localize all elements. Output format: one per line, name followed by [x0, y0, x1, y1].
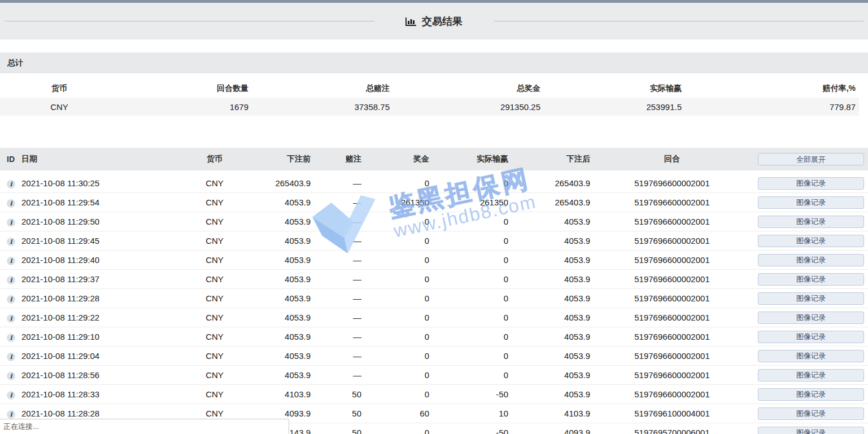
row-before: 4053.9 [237, 293, 311, 303]
image-record-button[interactable]: 图像记录 [758, 350, 864, 362]
info-icon[interactable]: i [7, 257, 15, 265]
image-record-button[interactable]: 图像记录 [758, 177, 864, 190]
info-icon[interactable]: i [7, 199, 15, 208]
image-record-button[interactable]: 图像记录 [758, 273, 864, 286]
row-after: 4053.9 [508, 351, 590, 361]
image-record-button[interactable]: 图像记录 [758, 331, 864, 343]
row-date: 2021-10-08 11:29:45 [17, 236, 192, 246]
row-after: 4053.9 [508, 236, 590, 246]
row-bet: — [311, 370, 361, 380]
image-record-button[interactable]: 图像记录 [758, 235, 864, 247]
image-record-button[interactable]: 图像记录 [758, 312, 864, 324]
row-date: 2021-10-08 11:29:54 [17, 198, 192, 207]
row-id-cell: i [0, 332, 17, 342]
row-bet: — [311, 313, 361, 322]
summary-value-row: CNY 1679 37358.75 291350.25 253991.5 779… [0, 98, 859, 116]
summary-currency: CNY [0, 102, 119, 112]
row-date: 2021-10-08 11:29:50 [17, 217, 192, 226]
table-row: i 2021-10-08 11:29:28 CNY 4053.9 — 0 0 4… [0, 289, 868, 308]
row-after: 4103.9 [508, 409, 590, 418]
info-icon[interactable]: i [7, 314, 15, 323]
row-round: 5197696600002001 [590, 389, 754, 399]
info-icon[interactable]: i [7, 295, 15, 304]
summary-payout-rate: 779.87 [682, 102, 859, 112]
row-date: 2021-10-08 11:29:37 [17, 274, 192, 284]
row-date: 2021-10-08 11:28:56 [17, 370, 192, 380]
row-prize: 0 [361, 332, 429, 341]
image-record-button[interactable]: 图像记录 [758, 196, 864, 209]
info-icon[interactable]: i [7, 372, 15, 380]
info-icon[interactable]: i [7, 218, 15, 227]
summary-rounds: 1679 [119, 102, 248, 112]
image-record-button[interactable]: 图像记录 [758, 369, 864, 382]
row-after: 4053.9 [508, 293, 590, 303]
image-record-button[interactable]: 图像记录 [758, 407, 864, 420]
image-record-button[interactable]: 图像记录 [758, 292, 864, 305]
summary-net-winloss: 253991.5 [540, 102, 682, 112]
info-icon[interactable]: i [7, 238, 15, 246]
row-prize: 0 [361, 351, 429, 361]
info-icon[interactable]: i [7, 334, 15, 342]
image-record-button[interactable]: 图像记录 [758, 427, 864, 434]
row-date: 2021-10-08 11:29:22 [17, 313, 192, 322]
row-id-cell: i [0, 217, 17, 227]
row-before: 4053.9 [237, 255, 311, 265]
row-winloss: 0 [429, 217, 508, 226]
row-prize: 0 [361, 389, 429, 399]
col-header-after: 下注后 [508, 154, 590, 164]
col-header-bet: 赌注 [311, 154, 361, 164]
info-icon[interactable]: i [7, 180, 15, 188]
table-row: i 2021-10-08 11:30:25 CNY 265403.9 — 0 0… [0, 174, 868, 193]
row-id-cell: i [0, 389, 17, 400]
image-record-button[interactable]: 图像记录 [758, 388, 864, 401]
summary-total-prize: 291350.25 [390, 102, 540, 112]
row-currency: CNY [192, 236, 237, 246]
page-title-wrap: 交易结果 [405, 15, 463, 28]
row-after: 4053.9 [508, 274, 590, 284]
row-winloss: 0 [429, 370, 508, 380]
info-icon[interactable]: i [7, 276, 15, 284]
row-id-cell: i [0, 236, 17, 246]
row-before: 4053.9 [237, 274, 311, 284]
header-rule-right [494, 21, 863, 21]
row-date: 2021-10-08 11:30:25 [17, 178, 192, 188]
row-winloss: 0 [429, 236, 508, 246]
row-prize: 261350 [361, 198, 429, 207]
info-icon[interactable]: i [7, 410, 15, 419]
row-after: 265403.9 [508, 178, 590, 188]
row-winloss: -50 [429, 428, 508, 434]
row-after: 4053.9 [508, 313, 590, 322]
row-prize: 60 [361, 409, 429, 418]
row-id-cell: i [0, 255, 17, 265]
page-title: 交易结果 [422, 15, 463, 28]
col-header-id: ID [0, 155, 17, 164]
image-record-button[interactable]: 图像记录 [758, 216, 864, 228]
summary-header-total-bet: 总赌注 [248, 84, 390, 94]
row-before: 4053.9 [237, 236, 311, 246]
row-bet: — [311, 236, 361, 246]
row-currency: CNY [192, 389, 237, 399]
row-currency: CNY [192, 332, 237, 341]
row-before: 4053.9 [237, 217, 311, 226]
table-row: i 2021-10-08 11:29:40 CNY 4053.9 — 0 0 4… [0, 251, 868, 270]
row-round: 5197696600002001 [590, 332, 754, 341]
summary-header-total-prize: 总奖金 [390, 84, 540, 94]
col-header-winloss: 实际输赢 [429, 154, 508, 164]
table-row: i 2021-10-08 11:29:22 CNY 4053.9 — 0 0 4… [0, 308, 868, 327]
expand-all-button[interactable]: 全部展开 [758, 153, 864, 165]
row-prize: 0 [361, 274, 429, 284]
row-bet: — [311, 332, 361, 341]
col-header-date: 日期 [17, 154, 192, 164]
row-winloss: 0 [429, 274, 508, 284]
row-bet: — [311, 217, 361, 226]
row-bet: — [311, 178, 361, 188]
row-round: 5197696600002001 [590, 178, 754, 188]
row-bet: — [311, 293, 361, 303]
row-id-cell: i [0, 198, 17, 208]
info-icon[interactable]: i [7, 353, 15, 361]
row-winloss: 0 [429, 178, 508, 188]
table-row: i 2021-10-08 11:29:37 CNY 4053.9 — 0 0 4… [0, 270, 868, 289]
info-icon[interactable]: i [7, 391, 15, 400]
table-row: i 2021-10-08 11:29:45 CNY 4053.9 — 0 0 4… [0, 231, 868, 251]
image-record-button[interactable]: 图像记录 [758, 254, 864, 266]
